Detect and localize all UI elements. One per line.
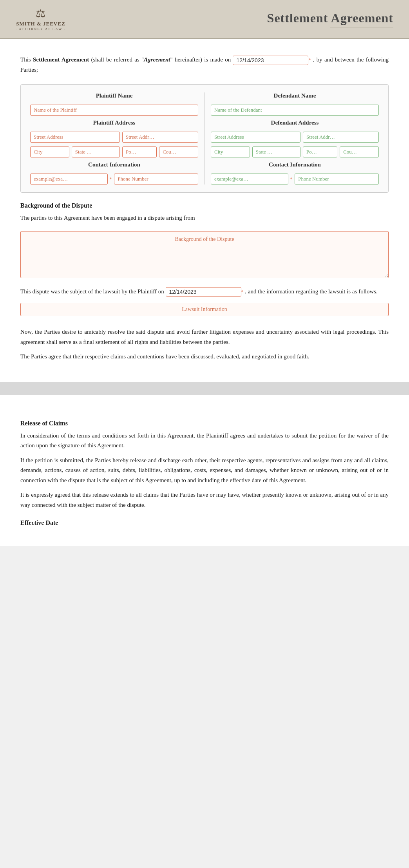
- plaintiff-contact-row: *: [30, 174, 198, 184]
- release-para1: In consideration of the terms and condit…: [20, 431, 389, 451]
- defendant-name-title: Defendant Name: [211, 92, 379, 99]
- plaintiff-name-row: [30, 105, 198, 116]
- plaintiff-phone[interactable]: [114, 174, 198, 184]
- defendant-street2[interactable]: [303, 132, 379, 143]
- effective-heading: Effective Date: [20, 519, 389, 526]
- header-divider: [330, 27, 393, 27]
- defendant-email-required: *: [290, 176, 292, 182]
- plaintiff-address-row2: [30, 146, 198, 157]
- plaintiff-address-row1: [30, 132, 198, 143]
- defendant-state[interactable]: [252, 146, 300, 157]
- resolution-para2: The Parties agree that their respective …: [20, 352, 389, 362]
- release-para2: If the petition is submitted, the Partie…: [20, 456, 389, 486]
- defendant-phone[interactable]: [295, 174, 379, 184]
- release-para3: It is expressly agreed that this release…: [20, 490, 389, 510]
- defendant-city[interactable]: [211, 146, 250, 157]
- background-textarea[interactable]: [20, 231, 389, 278]
- defendant-contact-row: *: [211, 174, 379, 184]
- defendant-po[interactable]: [303, 146, 337, 157]
- defendant-address-row2: [211, 146, 379, 157]
- defendant-country[interactable]: [340, 146, 379, 157]
- logo: ⚖ SMITH & JEEVEZ · ATTORNEY AT LAW ·: [16, 7, 66, 31]
- plaintiff-city[interactable]: [30, 146, 69, 157]
- lawsuit-info-input[interactable]: [20, 303, 389, 316]
- lawsuit-date-input[interactable]: [166, 287, 241, 297]
- logo-tagline: · ATTORNEY AT LAW ·: [16, 27, 66, 31]
- lawsuit-date-required: *: [241, 289, 244, 295]
- background-heading: Background of the Dispute: [20, 202, 389, 209]
- email-required: *: [109, 176, 112, 182]
- logo-name: SMITH & JEEVEZ: [16, 21, 65, 27]
- defendant-address-row1: [211, 132, 379, 143]
- parties-box: Plaintiff Name Plaintiff Address Contact…: [20, 84, 389, 193]
- plaintiff-country[interactable]: [159, 146, 198, 157]
- defendant-name-row: [211, 105, 379, 116]
- document-title: Settlement Agreement: [267, 11, 393, 25]
- defendant-column: Defendant Name Defendant Address: [211, 92, 379, 184]
- header: ⚖ SMITH & JEEVEZ · ATTORNEY AT LAW · Set…: [0, 0, 409, 39]
- intro-paragraph: This Settlement Agreement (shall be refe…: [20, 55, 389, 75]
- defendant-email[interactable]: [211, 174, 288, 184]
- plaintiff-address-title: Plaintiff Address: [30, 119, 198, 126]
- plaintiff-state[interactable]: [72, 146, 120, 157]
- agreement-italic: Agreement: [144, 56, 170, 63]
- plaintiff-name-input[interactable]: [30, 105, 198, 116]
- plaintiff-street1[interactable]: [30, 132, 120, 143]
- scale-icon: ⚖: [36, 7, 45, 20]
- page-break: [0, 382, 409, 395]
- required-star: *: [308, 57, 311, 63]
- defendant-street1[interactable]: [211, 132, 300, 143]
- plaintiff-contact-title: Contact Information: [30, 161, 198, 168]
- plaintiff-po[interactable]: [122, 146, 157, 157]
- defendant-name-input[interactable]: [211, 105, 379, 116]
- background-text2: This dispute was the subject of the laws…: [20, 287, 389, 297]
- resolution-para1: Now, the Parties desire to amicably reso…: [20, 327, 389, 347]
- plaintiff-email[interactable]: [30, 174, 108, 184]
- plaintiff-column: Plaintiff Name Plaintiff Address Contact…: [30, 92, 198, 184]
- defendant-address-title: Defendant Address: [211, 119, 379, 126]
- defendant-contact-title: Contact Information: [211, 161, 379, 168]
- plaintiff-street2[interactable]: [122, 132, 198, 143]
- agreement-bold: Settlement Agreement: [33, 56, 89, 63]
- parties-grid: Plaintiff Name Plaintiff Address Contact…: [30, 92, 379, 184]
- page-2-content: Release of Claims In consideration of th…: [0, 395, 409, 546]
- agreement-date-input[interactable]: [233, 56, 308, 65]
- plaintiff-name-title: Plaintiff Name: [30, 92, 198, 99]
- page-1-content: This Settlement Agreement (shall be refe…: [0, 39, 409, 382]
- background-text1: The parties to this Agreement have been …: [20, 213, 389, 223]
- release-heading: Release of Claims: [20, 420, 389, 427]
